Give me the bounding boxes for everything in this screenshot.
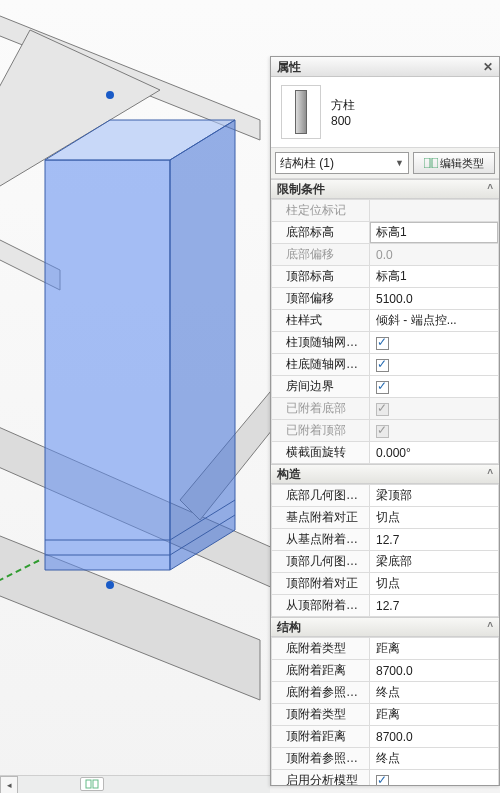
property-label: 顶附着距离 bbox=[272, 726, 370, 748]
property-value[interactable]: 终点 bbox=[370, 748, 499, 770]
property-label: 基点附着对正 bbox=[272, 507, 370, 529]
property-row[interactable]: 启用分析模型 bbox=[272, 770, 499, 786]
group-structure[interactable]: 结构 ^ bbox=[271, 617, 499, 637]
property-value[interactable]: 8700.0 bbox=[370, 660, 499, 682]
property-value[interactable] bbox=[370, 354, 499, 376]
property-label: 从基点附着点... bbox=[272, 529, 370, 551]
property-value[interactable]: 5100.0 bbox=[370, 288, 499, 310]
checkbox-icon bbox=[376, 403, 389, 416]
property-label: 顶附着类型 bbox=[272, 704, 370, 726]
table-constraints: 柱定位标记底部标高标高1底部偏移0.0顶部标高标高1顶部偏移5100.0柱样式倾… bbox=[271, 199, 499, 464]
instance-filter-label: 结构柱 (1) bbox=[280, 155, 334, 172]
property-label: 顶部偏移 bbox=[272, 288, 370, 310]
property-value[interactable]: 8700.0 bbox=[370, 726, 499, 748]
property-row[interactable]: 底部几何图形...梁顶部 bbox=[272, 485, 499, 507]
property-row[interactable]: 顶部偏移5100.0 bbox=[272, 288, 499, 310]
property-value[interactable]: 12.7 bbox=[370, 595, 499, 617]
property-row[interactable]: 房间边界 bbox=[272, 376, 499, 398]
property-value[interactable]: 0.000° bbox=[370, 442, 499, 464]
property-label: 横截面旋转 bbox=[272, 442, 370, 464]
property-row[interactable]: 柱顶随轴网移动 bbox=[272, 332, 499, 354]
property-label: 底部标高 bbox=[272, 222, 370, 244]
property-row[interactable]: 顶部附着对正切点 bbox=[272, 573, 499, 595]
property-label: 底部偏移 bbox=[272, 244, 370, 266]
svg-marker-8 bbox=[170, 120, 235, 570]
edit-type-icon bbox=[424, 158, 438, 168]
checkbox-icon[interactable] bbox=[376, 337, 389, 350]
property-label: 顶部几何图形... bbox=[272, 551, 370, 573]
type-size: 800 bbox=[331, 114, 355, 128]
property-label: 柱底随轴网移动 bbox=[272, 354, 370, 376]
edit-type-button[interactable]: 编辑类型 bbox=[413, 152, 495, 174]
property-row[interactable]: 基点附着对正切点 bbox=[272, 507, 499, 529]
property-value[interactable]: 标高1 bbox=[370, 222, 499, 244]
group-structure-label: 结构 bbox=[277, 617, 301, 637]
group-constraints[interactable]: 限制条件 ^ bbox=[271, 179, 499, 199]
property-value[interactable]: 切点 bbox=[370, 573, 499, 595]
property-row[interactable]: 顶部几何图形...梁底部 bbox=[272, 551, 499, 573]
table-structure: 底附着类型距离底附着距离8700.0底附着参照端点终点顶附着类型距离顶附着距离8… bbox=[271, 637, 499, 785]
checkbox-icon[interactable] bbox=[376, 359, 389, 372]
property-label: 已附着底部 bbox=[272, 398, 370, 420]
property-row[interactable]: 顶附着类型距离 bbox=[272, 704, 499, 726]
property-row[interactable]: 横截面旋转0.000° bbox=[272, 442, 499, 464]
checkbox-icon[interactable] bbox=[376, 381, 389, 394]
property-value[interactable] bbox=[370, 770, 499, 786]
svg-point-10 bbox=[106, 581, 114, 589]
svg-point-9 bbox=[106, 91, 114, 99]
property-row[interactable]: 已附着底部 bbox=[272, 398, 499, 420]
property-label: 柱顶随轴网移动 bbox=[272, 332, 370, 354]
property-row[interactable]: 柱定位标记 bbox=[272, 200, 499, 222]
collapse-icon: ^ bbox=[487, 617, 493, 637]
scroll-left-button[interactable]: ◂ bbox=[0, 776, 18, 793]
type-selector[interactable]: 方柱 800 bbox=[271, 77, 499, 148]
properties-panel: 属性 ✕ 方柱 800 结构柱 (1) ▼ 编辑类型 限制条件 ^ 柱定位标记底… bbox=[270, 56, 500, 786]
property-label: 已附着顶部 bbox=[272, 420, 370, 442]
property-value[interactable]: 距离 bbox=[370, 638, 499, 660]
property-label: 顶部标高 bbox=[272, 266, 370, 288]
property-value[interactable] bbox=[370, 376, 499, 398]
group-construction[interactable]: 构造 ^ bbox=[271, 464, 499, 484]
property-row[interactable]: 从顶部附着点...12.7 bbox=[272, 595, 499, 617]
property-value bbox=[370, 398, 499, 420]
property-value[interactable]: 标高1 bbox=[370, 266, 499, 288]
property-value[interactable]: 切点 bbox=[370, 507, 499, 529]
property-row[interactable]: 底附着参照端点终点 bbox=[272, 682, 499, 704]
property-row[interactable]: 顶附着参照端点终点 bbox=[272, 748, 499, 770]
property-label: 顶部附着对正 bbox=[272, 573, 370, 595]
property-row[interactable]: 从基点附着点...12.7 bbox=[272, 529, 499, 551]
property-label: 底附着距离 bbox=[272, 660, 370, 682]
property-row[interactable]: 底部标高标高1 bbox=[272, 222, 499, 244]
panel-title-text: 属性 bbox=[277, 57, 301, 77]
property-value[interactable]: 12.7 bbox=[370, 529, 499, 551]
property-row[interactable]: 顶部标高标高1 bbox=[272, 266, 499, 288]
property-label: 房间边界 bbox=[272, 376, 370, 398]
checkbox-icon[interactable] bbox=[376, 775, 389, 785]
view-cube-badge[interactable] bbox=[80, 777, 104, 791]
type-name: 方柱 bbox=[331, 97, 355, 114]
property-row[interactable]: 柱样式倾斜 - 端点控... bbox=[272, 310, 499, 332]
property-value[interactable]: 倾斜 - 端点控... bbox=[370, 310, 499, 332]
property-value[interactable]: 梁顶部 bbox=[370, 485, 499, 507]
property-label: 从顶部附着点... bbox=[272, 595, 370, 617]
properties-scroll[interactable]: 限制条件 ^ 柱定位标记底部标高标高1底部偏移0.0顶部标高标高1顶部偏移510… bbox=[271, 179, 499, 785]
close-icon[interactable]: ✕ bbox=[483, 57, 493, 77]
property-value[interactable]: 终点 bbox=[370, 682, 499, 704]
property-row[interactable]: 柱底随轴网移动 bbox=[272, 354, 499, 376]
property-row[interactable]: 底附着类型距离 bbox=[272, 638, 499, 660]
instance-filter-combo[interactable]: 结构柱 (1) ▼ bbox=[275, 152, 409, 174]
property-row[interactable]: 顶附着距离8700.0 bbox=[272, 726, 499, 748]
property-row[interactable]: 底部偏移0.0 bbox=[272, 244, 499, 266]
panel-titlebar[interactable]: 属性 ✕ bbox=[271, 57, 499, 77]
property-value[interactable]: 距离 bbox=[370, 704, 499, 726]
property-value[interactable] bbox=[370, 332, 499, 354]
svg-rect-13 bbox=[93, 780, 98, 788]
svg-marker-6 bbox=[45, 160, 170, 570]
collapse-icon: ^ bbox=[487, 179, 493, 199]
group-constraints-label: 限制条件 bbox=[277, 179, 325, 199]
property-row[interactable]: 已附着顶部 bbox=[272, 420, 499, 442]
property-row[interactable]: 底附着距离8700.0 bbox=[272, 660, 499, 682]
property-value[interactable]: 梁底部 bbox=[370, 551, 499, 573]
type-thumbnail bbox=[281, 85, 321, 139]
viewport-hscrollbar[interactable]: ◂ bbox=[0, 775, 270, 793]
